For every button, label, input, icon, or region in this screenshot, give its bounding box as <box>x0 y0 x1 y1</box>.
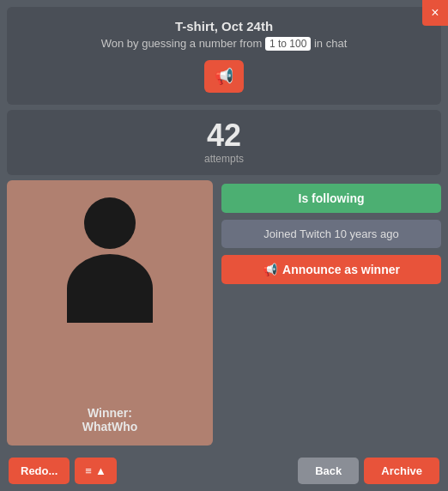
redo-button[interactable]: Redo... <box>9 458 70 484</box>
avatar-body <box>67 254 153 323</box>
modal-container: × T-shirt, Oct 24th Won by guessing a nu… <box>0 0 448 491</box>
megaphone-button[interactable]: 📢 <box>204 60 244 93</box>
winner-label: Winner: WhatWho <box>82 406 138 433</box>
prize-title: T-shirt, Oct 24th <box>24 19 424 33</box>
announce-label: Announce as winner <box>282 263 400 276</box>
attempts-label: attempts <box>24 153 424 165</box>
prize-desc-after: in chat <box>314 37 347 50</box>
winner-avatar-box: Winner: WhatWho <box>7 180 213 446</box>
list-options-button[interactable]: ≡ ▲ <box>75 458 116 484</box>
prize-desc-before: Won by guessing a number from <box>101 37 263 50</box>
following-badge: Is following <box>221 184 441 213</box>
bottom-toolbar: Redo... ≡ ▲ Back Archive <box>0 451 448 491</box>
attempts-section: 42 attempts <box>7 110 441 175</box>
winner-info-panel: Is following Joined Twitch 10 years ago … <box>221 180 441 446</box>
winner-section: Winner: WhatWho Is following Joined Twit… <box>7 180 441 446</box>
announce-icon: 📢 <box>263 263 277 276</box>
prize-description: Won by guessing a number from 1 to 100 i… <box>24 37 424 50</box>
prize-section: T-shirt, Oct 24th Won by guessing a numb… <box>7 7 441 105</box>
winner-name: WhatWho <box>82 420 138 433</box>
list-icon: ≡ <box>85 464 92 477</box>
attempts-number: 42 <box>24 120 424 151</box>
back-button[interactable]: Back <box>298 458 359 484</box>
joined-badge: Joined Twitch 10 years ago <box>221 220 441 248</box>
megaphone-icon: 📢 <box>215 67 233 86</box>
prize-range: 1 to 100 <box>265 37 311 51</box>
avatar-figure <box>58 197 161 318</box>
announce-winner-button[interactable]: 📢 Announce as winner <box>221 255 441 284</box>
avatar-head <box>84 197 136 249</box>
close-button[interactable]: × <box>422 0 448 26</box>
archive-button[interactable]: Archive <box>364 458 439 484</box>
chevron-up-icon: ▲ <box>95 464 106 477</box>
